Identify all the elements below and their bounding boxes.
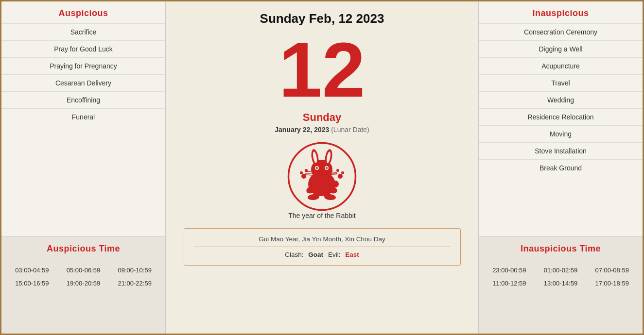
- svg-rect-27: [329, 173, 337, 174]
- time-cell: 15:00-16:59: [6, 280, 58, 287]
- auspicious-time-title: Auspicious Time: [1, 237, 165, 259]
- svg-point-11: [320, 170, 324, 173]
- list-item: Moving: [479, 125, 643, 142]
- time-cell: 03:00-04:59: [6, 267, 58, 274]
- list-item: Consecration Ceremony: [479, 23, 643, 40]
- time-cell: 19:00-20:59: [58, 280, 109, 287]
- svg-point-10: [326, 167, 328, 169]
- list-item: Residence Relocation: [479, 108, 643, 125]
- center-panel: Sunday Feb, 12 2023 12 Sunday January 22…: [166, 1, 478, 334]
- list-item: Break Ground: [479, 159, 643, 176]
- svg-point-22: [336, 169, 339, 172]
- inauspicious-section: Inauspicious Consecration Ceremony Diggi…: [479, 1, 643, 236]
- svg-point-16: [332, 181, 339, 187]
- time-cell: 11:00-12:59: [484, 280, 535, 287]
- svg-rect-25: [305, 174, 314, 176]
- time-cell: 01:00-02:59: [535, 267, 587, 274]
- time-cell: 13:00-14:59: [535, 280, 587, 287]
- svg-rect-24: [305, 173, 314, 174]
- time-row: 11:00-12:59 13:00-14:59 17:00-18:59: [479, 277, 643, 290]
- time-cell: 05:00-06:59: [58, 267, 109, 274]
- clash-label: Clash:: [285, 251, 303, 258]
- time-cell: 21:00-22:59: [109, 280, 160, 287]
- lunar-date: January 22, 2023 (Lunar Date): [275, 126, 369, 134]
- evil-label: Evil:: [328, 251, 341, 258]
- list-item: Encoffining: [1, 91, 165, 108]
- info-box: Gui Mao Year, Jia Yin Month, Xin Chou Da…: [184, 228, 461, 266]
- day-name: Sunday: [303, 111, 341, 124]
- list-item: Digging a Well: [479, 40, 643, 57]
- list-item: Cesarean Delivery: [1, 74, 165, 91]
- year-label: The year of the Rabbit: [288, 212, 356, 219]
- list-item: Sacrifice: [1, 23, 165, 40]
- svg-point-8: [316, 167, 318, 169]
- date-header: Sunday Feb, 12 2023: [260, 11, 384, 26]
- list-item: Acupuncture: [479, 57, 643, 74]
- time-cell: 23:00-00:59: [484, 267, 535, 274]
- time-row: 15:00-16:59 19:00-20:59 21:00-22:59: [1, 277, 165, 290]
- list-item: Funeral: [1, 108, 165, 125]
- right-panel: Inauspicious Consecration Ceremony Diggi…: [478, 1, 643, 334]
- inauspicious-title: Inauspicious: [479, 1, 643, 23]
- time-row: 03:00-04:59 05:00-06:59 09:00-10:59: [1, 264, 165, 277]
- inauspicious-time-grid: 23:00-00:59 01:00-02:59 07:00-08:59 11:0…: [479, 259, 643, 295]
- svg-point-18: [300, 171, 303, 174]
- time-row: 23:00-00:59 01:00-02:59 07:00-08:59: [479, 264, 643, 277]
- list-item: Praying for Pregnancy: [1, 57, 165, 74]
- lunar-date-label: (Lunar Date): [331, 126, 369, 134]
- auspicious-section: Auspicious Sacrifice Pray for Good Luck …: [1, 1, 165, 236]
- auspicious-time-grid: 03:00-04:59 05:00-06:59 09:00-10:59 15:0…: [1, 259, 165, 295]
- list-item: Stove Installation: [479, 142, 643, 159]
- time-cell: 09:00-10:59: [109, 267, 160, 274]
- svg-point-21: [341, 171, 344, 174]
- left-panel: Auspicious Sacrifice Pray for Good Luck …: [1, 1, 166, 334]
- time-cell: 07:00-08:59: [586, 267, 638, 274]
- svg-point-20: [338, 174, 343, 179]
- list-item: Wedding: [479, 91, 643, 108]
- rabbit-zodiac-icon: [287, 141, 357, 212]
- clash-value: Goat: [308, 251, 323, 258]
- auspicious-time-section: Auspicious Time 03:00-04:59 05:00-06:59 …: [1, 236, 165, 334]
- list-item: Travel: [479, 74, 643, 91]
- info-line2: Clash: Goat Evil: East: [194, 251, 451, 258]
- inauspicious-time-title: Inauspicious Time: [479, 237, 643, 259]
- time-cell: 17:00-18:59: [586, 280, 638, 287]
- inauspicious-time-section: Inauspicious Time 23:00-00:59 01:00-02:5…: [479, 236, 643, 334]
- list-item: Pray for Good Luck: [1, 40, 165, 57]
- evil-value: East: [345, 251, 359, 258]
- info-line1: Gui Mao Year, Jia Yin Month, Xin Chou Da…: [194, 235, 451, 247]
- day-number: 12: [279, 31, 366, 109]
- lunar-date-main: January 22, 2023: [275, 126, 329, 134]
- auspicious-title: Auspicious: [1, 1, 165, 23]
